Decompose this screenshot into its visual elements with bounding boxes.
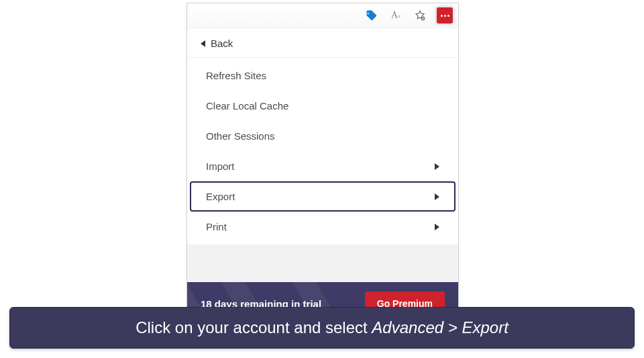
caret-left-icon xyxy=(201,40,205,47)
menu-label: Other Sessions xyxy=(206,130,275,142)
menu-item-export[interactable]: Export xyxy=(190,181,455,212)
menu-label: Refresh Sites xyxy=(206,70,266,81)
favorite-icon[interactable] xyxy=(413,8,427,23)
menu-label: Import xyxy=(206,161,235,172)
back-button[interactable]: Back xyxy=(187,28,458,58)
menu-label: Export xyxy=(206,191,235,202)
text-icon[interactable]: A» xyxy=(388,8,403,23)
extension-popup: A» Back Refresh Sites Clear Local Cache … xyxy=(186,3,459,326)
caption-prefix: Click on your account and select xyxy=(136,318,372,337)
stage: A» Back Refresh Sites Clear Local Cache … xyxy=(0,0,644,358)
back-label: Back xyxy=(211,38,233,49)
menu-label: Print xyxy=(206,221,227,232)
advanced-menu: Refresh Sites Clear Local Cache Other Se… xyxy=(187,58,458,244)
browser-toolbar: A» xyxy=(187,3,458,28)
menu-item-clear-local-cache[interactable]: Clear Local Cache xyxy=(190,91,455,121)
menu-item-print[interactable]: Print xyxy=(190,212,455,242)
chevron-right-icon xyxy=(435,193,439,200)
caption-italic: Advanced > Export xyxy=(372,318,508,337)
chevron-right-icon xyxy=(435,224,439,230)
menu-item-other-sessions[interactable]: Other Sessions xyxy=(190,121,455,151)
instruction-caption: Click on your account and select Advance… xyxy=(9,307,635,349)
menu-item-import[interactable]: Import xyxy=(190,151,455,181)
menu-item-refresh-sites[interactable]: Refresh Sites xyxy=(190,60,455,91)
menu-label: Clear Local Cache xyxy=(206,100,288,111)
chevron-right-icon xyxy=(435,163,439,170)
spacer xyxy=(187,244,458,282)
extension-icon[interactable] xyxy=(437,7,453,24)
tag-icon[interactable] xyxy=(364,8,379,23)
